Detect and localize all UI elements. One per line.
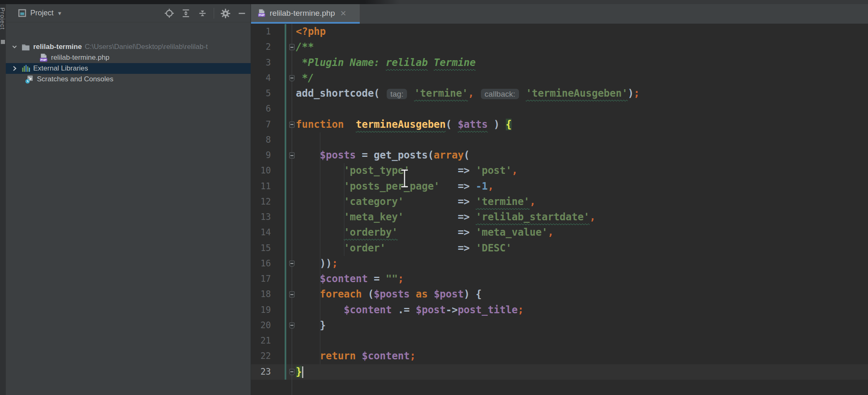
project-tree: relilab-termine C:\Users\Daniel\Desktop\… [6,22,251,395]
line-number[interactable]: 4 [251,71,271,86]
line-number[interactable]: 15 [251,241,271,256]
project-toolwindow-icon [17,9,27,17]
hide-panel-icon[interactable] [237,8,247,19]
chevron-right-icon[interactable] [11,65,18,72]
line-number[interactable]: 8 [251,132,271,148]
php-file-icon: PHP [39,53,48,62]
tree-row-project-root[interactable]: relilab-termine C:\Users\Daniel\Desktop\… [6,41,251,52]
project-panel-title[interactable]: Project [30,9,54,17]
window-top-edge [0,0,868,4]
line-number[interactable]: 6 [251,101,271,117]
tree-item-label[interactable]: Scratches and Consoles [37,75,113,83]
svg-text:PHP: PHP [41,58,47,62]
code-line[interactable]: $content .= $post->post_title; [296,302,868,318]
collapse-all-icon[interactable] [197,8,208,19]
expand-all-icon[interactable] [180,8,191,19]
line-number[interactable]: 19 [251,302,271,318]
line-number[interactable]: 10 [251,163,271,178]
code-line[interactable]: 'meta_key' => 'relilab_startdate', [296,210,868,225]
fold-marker[interactable] [289,152,295,158]
line-number[interactable]: 17 [251,271,271,287]
project-stripe-button[interactable]: Project [0,7,6,30]
project-panel: Project ▾ [6,4,251,395]
code-line[interactable]: 'posts_per_page' => -1, [296,179,868,194]
tree-item-path: C:\Users\Daniel\Desktop\relilab\relilab-… [85,43,208,51]
code-line[interactable]: return $content; [296,349,868,364]
scratches-icon [25,75,34,84]
editor-area: PHP relilab-termine.php × 12345678910111… [251,4,868,395]
editor-tab-bar: PHP relilab-termine.php × [251,4,868,24]
code-lines[interactable]: <?php/** *Plugin Name: relilab Termine *… [296,24,868,380]
line-number[interactable]: 3 [251,55,271,71]
code-line[interactable]: */ [296,71,868,86]
text-caret [302,366,303,378]
line-number[interactable]: 13 [251,210,271,225]
code-line[interactable]: $content = ""; [296,271,868,287]
line-number[interactable]: 7 [251,117,271,132]
tab-close-icon[interactable]: × [340,8,346,18]
line-number[interactable]: 12 [251,194,271,210]
fold-marker[interactable] [289,261,295,267]
line-number[interactable]: 22 [251,349,271,364]
code-line[interactable]: 'category' => 'termine', [296,194,868,210]
editor-body[interactable]: 1234567891011121314151617181920212223 <?… [251,24,868,395]
tool-window-stripe: Project [0,4,6,395]
ide-window: Project Project ▾ [0,0,868,395]
code-line[interactable]: function termineAusgeben( $atts ) { [296,117,868,132]
fold-marker[interactable] [289,44,295,50]
code-line[interactable]: 'order' => 'DESC' [296,241,868,256]
libraries-icon [21,64,30,73]
editor-tab[interactable]: PHP relilab-termine.php × [251,4,360,24]
gutter-numbers[interactable]: 1234567891011121314151617181920212223 [251,24,271,380]
tab-title[interactable]: relilab-termine.php [270,9,335,18]
code-line[interactable]: 'post_type' => 'post', [296,163,868,178]
tree-row-php-file[interactable]: PHP relilab-termine.php [6,52,251,63]
tree-item-label[interactable]: relilab-termine.php [51,54,110,62]
tree-row-scratches[interactable]: Scratches and Consoles [6,74,251,85]
line-number[interactable]: 5 [251,86,271,101]
code-line[interactable]: foreach ($posts as $post) { [296,287,868,302]
line-number[interactable]: 23 [251,364,271,380]
php-file-icon: PHP [257,9,266,17]
code-line[interactable] [296,333,868,349]
mouse-ibeam-cursor [399,168,410,190]
fold-marker[interactable] [289,291,295,297]
code-line[interactable]: $posts = get_posts(array( [296,148,868,163]
code-line[interactable]: )); [296,256,868,271]
code-line[interactable]: <?php [296,24,868,39]
settings-gear-icon[interactable] [220,8,231,19]
chevron-down-icon[interactable]: ▾ [58,10,61,17]
folder-icon [21,44,30,51]
code-line[interactable]: } [296,364,868,380]
code-line[interactable] [296,101,868,117]
svg-text:PHP: PHP [258,14,265,17]
code-line[interactable]: *Plugin Name: relilab Termine [296,55,868,71]
line-number[interactable]: 2 [251,39,271,55]
project-panel-header: Project ▾ [6,4,251,22]
fold-marker[interactable] [289,369,295,375]
line-number[interactable]: 1 [251,24,271,39]
line-number[interactable]: 16 [251,256,271,271]
line-number[interactable]: 11 [251,179,271,194]
chevron-down-icon[interactable] [11,43,18,51]
code-line[interactable]: 'orderby' => 'meta_value', [296,225,868,240]
code-line[interactable] [296,132,868,148]
line-number[interactable]: 20 [251,318,271,333]
fold-marker[interactable] [289,122,295,128]
code-line[interactable]: /** [296,39,868,55]
line-number[interactable]: 14 [251,225,271,240]
vcs-added-lines-stripe [285,24,286,380]
tree-row-external-libraries[interactable]: External Libraries [6,63,251,74]
line-number[interactable]: 18 [251,287,271,302]
code-line[interactable]: } [296,318,868,333]
code-line[interactable]: add_shortcode( tag: 'termine', callback:… [296,86,868,101]
line-number[interactable]: 9 [251,148,271,163]
line-number[interactable]: 21 [251,333,271,349]
tool-stripe-icon[interactable] [1,40,5,44]
locate-file-icon[interactable] [164,8,175,19]
fold-marker[interactable] [289,322,295,329]
header-separator [214,8,214,19]
fold-marker[interactable] [289,75,295,81]
tree-item-label[interactable]: relilab-termine [33,43,82,51]
tree-item-label[interactable]: External Libraries [33,64,88,73]
